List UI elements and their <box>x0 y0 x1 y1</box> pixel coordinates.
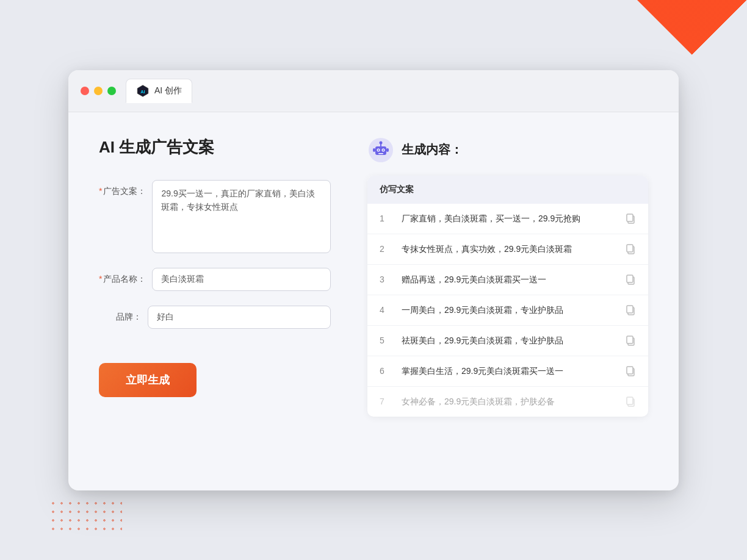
row-text: 厂家直销，美白淡斑霜，买一送一，29.9元抢购 <box>402 212 615 225</box>
svg-rect-26 <box>627 397 633 404</box>
svg-rect-20 <box>627 306 633 313</box>
row-number: 4 <box>380 305 392 315</box>
table-row: 2 专抹女性斑点，真实功效，29.9元美白淡斑霜 <box>367 234 648 265</box>
copy-icon[interactable] <box>625 304 636 315</box>
brand-input[interactable] <box>148 306 331 329</box>
results-table: 仿写文案 1 厂家直销，美白淡斑霜，买一送一，29.9元抢购 2 专抹女性斑点，… <box>367 176 648 417</box>
browser-window: AI AI 创作 AI 生成广告文案 *广告文案： *产品名称： <box>68 70 679 490</box>
table-row: 7 女神必备，29.9元美白淡斑霜，护肤必备 <box>367 387 648 417</box>
ai-tab-icon: AI <box>136 84 150 98</box>
product-name-input[interactable] <box>152 268 331 291</box>
table-row: 4 一周美白，29.9元美白淡斑霜，专业护肤品 <box>367 295 648 326</box>
main-content: AI 生成广告文案 *广告文案： *产品名称： 品牌： 立 <box>68 112 679 490</box>
tab-label: AI 创作 <box>154 85 182 96</box>
table-row: 5 祛斑美白，29.9元美白淡斑霜，专业护肤品 <box>367 326 648 356</box>
row-number: 6 <box>380 366 392 376</box>
svg-point-6 <box>378 149 379 150</box>
window-controls <box>81 87 116 95</box>
brand-label: 品牌： <box>99 306 142 323</box>
row-number: 2 <box>380 244 392 254</box>
robot-icon <box>367 137 394 163</box>
svg-rect-12 <box>386 148 389 152</box>
bg-dots-decoration <box>49 499 122 536</box>
product-name-required: * <box>99 274 102 284</box>
row-text: 掌握美白生活，29.9元美白淡斑霜买一送一 <box>402 365 615 378</box>
product-name-label: *产品名称： <box>99 268 146 285</box>
table-row: 1 厂家直销，美白淡斑霜，买一送一，29.9元抢购 <box>367 204 648 234</box>
row-text: 专抹女性斑点，真实功效，29.9元美白淡斑霜 <box>402 243 615 256</box>
minimize-button[interactable] <box>94 87 103 95</box>
table-header: 仿写文案 <box>367 176 648 204</box>
svg-text:AI: AI <box>140 88 145 94</box>
row-text: 祛斑美白，29.9元美白淡斑霜，专业护肤品 <box>402 334 615 347</box>
svg-rect-24 <box>627 367 633 374</box>
ad-copy-textarea[interactable] <box>152 180 331 253</box>
row-text: 女神必备，29.9元美白淡斑霜，护肤必备 <box>402 395 615 408</box>
ad-copy-label: *广告文案： <box>99 180 146 197</box>
table-row: 6 掌握美白生活，29.9元美白淡斑霜买一送一 <box>367 356 648 387</box>
svg-point-9 <box>380 141 383 144</box>
close-button[interactable] <box>81 87 89 95</box>
result-title: 生成内容： <box>402 142 463 158</box>
svg-rect-18 <box>627 275 633 282</box>
svg-rect-16 <box>627 245 633 252</box>
row-number: 5 <box>380 336 392 345</box>
title-bar: AI AI 创作 <box>68 70 679 112</box>
page-title: AI 生成广告文案 <box>99 137 331 158</box>
svg-rect-14 <box>627 214 633 221</box>
product-name-group: *产品名称： <box>99 268 331 291</box>
row-number: 7 <box>380 397 392 406</box>
right-panel: 生成内容： 仿写文案 1 厂家直销，美白淡斑霜，买一送一，29.9元抢购 2 <box>367 137 648 466</box>
row-text: 一周美白，29.9元美白淡斑霜，专业护肤品 <box>402 304 615 317</box>
table-row: 3 赠品再送，29.9元美白淡斑霜买一送一 <box>367 265 648 295</box>
copy-icon[interactable] <box>625 365 636 376</box>
svg-rect-22 <box>627 336 633 343</box>
maximize-button[interactable] <box>107 87 116 95</box>
ad-copy-required: * <box>99 186 102 196</box>
generate-button[interactable]: 立即生成 <box>99 363 197 397</box>
row-number: 1 <box>380 214 392 223</box>
copy-icon[interactable] <box>625 274 636 285</box>
row-number: 3 <box>380 275 392 284</box>
svg-point-7 <box>383 149 384 150</box>
copy-icon[interactable] <box>625 396 636 407</box>
left-panel: AI 生成广告文案 *广告文案： *产品名称： 品牌： 立 <box>99 137 331 466</box>
copy-icon[interactable] <box>625 243 636 254</box>
row-text: 赠品再送，29.9元美白淡斑霜买一送一 <box>402 273 615 286</box>
ad-copy-group: *广告文案： <box>99 180 331 253</box>
svg-rect-11 <box>373 148 375 152</box>
tab-ai-creation[interactable]: AI AI 创作 <box>126 79 192 103</box>
svg-rect-10 <box>378 153 383 154</box>
copy-icon[interactable] <box>625 213 636 224</box>
copy-icon[interactable] <box>625 335 636 346</box>
result-header: 生成内容： <box>367 137 648 163</box>
brand-group: 品牌： <box>99 306 331 329</box>
